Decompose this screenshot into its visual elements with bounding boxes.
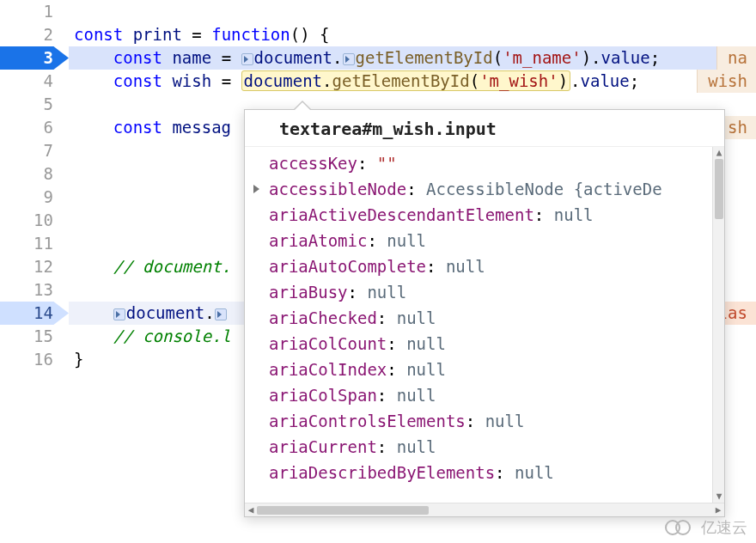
property-value: ""	[377, 154, 397, 173]
line-number-gutter[interactable]: 12345678910111213141516	[0, 0, 69, 543]
property-value: null	[406, 334, 446, 353]
tooltip-vertical-scrollbar[interactable]: ▲ ▼	[712, 147, 724, 503]
property-row[interactable]: accessKey: ""	[269, 150, 712, 176]
code-line-current-breakpoint[interactable]: const name = document.getElementById('m_…	[69, 46, 756, 70]
line-number[interactable]: 3	[0, 46, 69, 70]
property-value: null	[387, 231, 426, 250]
line-number[interactable]: 11	[0, 232, 69, 255]
property-list[interactable]: accessKey: ""accessibleNode: AccessibleN…	[245, 147, 712, 503]
property-value: null	[515, 463, 554, 482]
code-line[interactable]	[69, 0, 756, 23]
property-row[interactable]: accessibleNode: AccessibleNode {activeDe	[269, 176, 712, 202]
property-name: ariaAtomic	[269, 231, 367, 250]
code-line[interactable]: const print = function() {	[69, 23, 756, 46]
property-value: null	[406, 360, 446, 379]
property-row[interactable]: ariaBusy: null	[269, 279, 712, 305]
scroll-up-icon[interactable]: ▲	[713, 147, 724, 159]
line-number[interactable]: 13	[0, 278, 69, 302]
scroll-right-icon[interactable]: ▶	[712, 503, 724, 516]
inline-value-chip: wish	[697, 70, 756, 93]
property-row[interactable]: ariaCurrent: null	[269, 434, 712, 460]
scroll-thumb[interactable]	[715, 159, 723, 219]
property-name: ariaColCount	[269, 334, 387, 353]
property-row[interactable]: ariaColIndex: null	[269, 357, 712, 382]
scroll-left-icon[interactable]: ◀	[245, 503, 257, 516]
tooltip-body[interactable]: accessKey: ""accessibleNode: AccessibleN…	[245, 147, 724, 516]
property-value: AccessibleNode {activeDe	[426, 180, 662, 198]
object-marker-icon[interactable]	[343, 53, 355, 65]
line-number[interactable]: 2	[0, 23, 69, 46]
property-row[interactable]: ariaControlsElements: null	[269, 408, 712, 434]
property-value: null	[554, 205, 594, 224]
inline-value-chip: na	[716, 46, 756, 70]
property-name: accessibleNode	[269, 180, 406, 198]
property-row[interactable]: ariaAtomic: null	[269, 228, 712, 253]
property-value: null	[397, 386, 436, 405]
line-number[interactable]: 10	[0, 209, 69, 232]
scroll-down-icon[interactable]: ▼	[713, 491, 724, 503]
property-row[interactable]: ariaColCount: null	[269, 331, 712, 357]
property-name: ariaColIndex	[269, 360, 387, 379]
property-value: null	[446, 257, 485, 276]
line-number[interactable]: 16	[0, 348, 69, 371]
line-number[interactable]: 15	[0, 325, 69, 348]
property-row[interactable]: ariaActiveDescendantElement: null	[269, 202, 712, 228]
property-row[interactable]: ariaAutoComplete: null	[269, 253, 712, 279]
property-name: ariaColSpan	[269, 386, 377, 405]
property-name: ariaAutoComplete	[269, 257, 426, 276]
tooltip-horizontal-scrollbar[interactable]: ◀ ▶	[245, 503, 724, 516]
property-name: ariaBusy	[269, 283, 348, 302]
line-number[interactable]: 5	[0, 93, 69, 116]
line-number[interactable]: 14	[0, 302, 69, 325]
property-value: null	[367, 283, 406, 302]
property-value: null	[397, 308, 436, 327]
line-number[interactable]: 7	[0, 139, 69, 162]
property-name: ariaChecked	[269, 308, 377, 327]
code-line[interactable]: const wish = document.getElementById('m_…	[69, 70, 756, 93]
line-number[interactable]: 1	[0, 0, 69, 23]
property-name: ariaActiveDescendantElement	[269, 205, 534, 224]
property-row[interactable]: ariaColSpan: null	[269, 382, 712, 408]
tooltip-title: textarea#m_wish.input	[245, 110, 724, 147]
property-name: ariaCurrent	[269, 437, 377, 456]
hovered-expression[interactable]: document.getElementById('m_wish')	[241, 70, 571, 91]
property-row[interactable]: ariaChecked: null	[269, 305, 712, 331]
line-number[interactable]: 12	[0, 255, 69, 278]
execution-pointer-icon	[0, 46, 69, 70]
property-name: ariaDescribedByElements	[269, 463, 495, 482]
expand-triangle-icon[interactable]	[253, 185, 259, 193]
line-number[interactable]: 4	[0, 70, 69, 93]
property-name: ariaControlsElements	[269, 412, 466, 430]
property-value: null	[485, 412, 525, 430]
property-value: null	[397, 437, 436, 456]
object-marker-icon[interactable]	[113, 308, 125, 320]
line-number[interactable]: 6	[0, 116, 69, 139]
object-marker-icon[interactable]	[241, 53, 253, 65]
object-marker-icon[interactable]	[215, 308, 227, 320]
scroll-thumb[interactable]	[257, 506, 429, 515]
debug-hover-tooltip[interactable]: textarea#m_wish.input accessKey: ""acces…	[244, 109, 725, 517]
line-number[interactable]: 8	[0, 162, 69, 186]
property-name: accessKey	[269, 154, 357, 173]
line-number[interactable]: 9	[0, 186, 69, 209]
property-row[interactable]: ariaDescribedByElements: null	[269, 460, 712, 485]
